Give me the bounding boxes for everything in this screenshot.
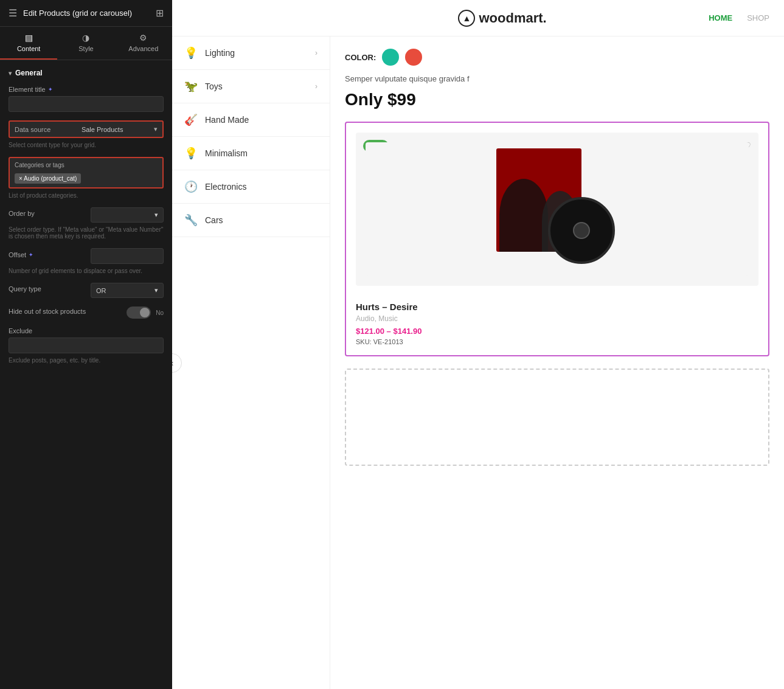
tab-advanced-label: Advanced [128, 45, 158, 52]
electronics-label: Electronics [205, 182, 246, 192]
data-source-label: Data source [15, 126, 50, 133]
product-info: Hurts – Desire Audio, Music $121.00 – $1… [356, 294, 758, 345]
handmade-icon: 🎸 [184, 113, 198, 126]
offset-input[interactable] [91, 248, 164, 264]
grid-icon[interactable]: ⊞ [156, 7, 164, 19]
element-title-input[interactable] [9, 96, 164, 112]
panel-header: ☰ Edit Products (grid or carousel) ⊞ [0, 0, 172, 27]
tab-content-label: Content [17, 45, 41, 52]
exclude-hint: Exclude posts, pages, etc. by title. [9, 357, 164, 364]
dropdown-arrow-icon: ▾ [154, 125, 158, 133]
category-minimalism[interactable]: 💡 Minimalism [172, 137, 330, 170]
tab-content[interactable]: ▤ Content [0, 27, 57, 60]
logo-text: woodmart. [479, 10, 546, 26]
category-panel: ‹ 💡 Lighting › 🦖 Toys › 🎸 Hand Made [172, 36, 330, 689]
content-tab-icon: ▤ [25, 33, 33, 43]
minimalism-icon: 💡 [184, 147, 198, 160]
offset-sparkle-icon: ✦ [29, 252, 33, 258]
tag-chip-label: × Audio (product_cat) [19, 175, 77, 182]
query-type-select-row: Query type OR ▾ [9, 283, 164, 298]
offset-hint: Number of grid elements to displace or p… [9, 268, 164, 274]
hide-stock-toggle[interactable] [127, 306, 151, 319]
hide-stock-label: Hide out of stock products [9, 308, 86, 315]
main-area: ▲ woodmart. HOME SHOP ‹ 💡 Lighting › 🦖 T… [172, 0, 784, 689]
product-image-area [366, 142, 749, 276]
price-big: Only $99 [345, 90, 769, 109]
electronics-icon: 🕐 [184, 180, 198, 193]
toys-icon: 🦖 [184, 80, 198, 93]
query-type-value: OR [96, 287, 106, 294]
color-label: COLOR: [345, 53, 376, 62]
category-electronics[interactable]: 🕐 Electronics [172, 170, 330, 204]
data-source-hint: Select content type for your grid. [9, 142, 164, 148]
back-arrow-button[interactable]: ‹ [172, 353, 182, 373]
color-swatch-red[interactable] [405, 49, 422, 66]
content-wrapper: ‹ 💡 Lighting › 🦖 Toys › 🎸 Hand Made [172, 36, 784, 689]
toys-label: Toys [205, 81, 223, 91]
audio-tag-chip[interactable]: × Audio (product_cat) [15, 173, 81, 184]
cars-icon: 🔧 [184, 213, 198, 227]
exclude-row: Exclude Exclude posts, pages, etc. by ti… [9, 327, 164, 364]
element-title-row: Element title ✦ [9, 86, 164, 112]
general-section-label: General [15, 69, 43, 77]
general-section-header: ▾ General [9, 69, 164, 77]
order-by-label: Order by [9, 210, 35, 217]
tab-style-label: Style [78, 45, 93, 52]
category-toys[interactable]: 🦖 Toys › [172, 70, 330, 103]
logo-icon: ▲ [458, 10, 475, 27]
top-nav: ▲ woodmart. HOME SHOP [172, 0, 784, 36]
product-image [496, 148, 618, 270]
vinyl-record [548, 197, 615, 264]
category-cars[interactable]: 🔧 Cars [172, 204, 330, 237]
figure-silhouette [499, 179, 548, 252]
toggle-knob [140, 308, 150, 317]
hide-stock-row: Hide out of stock products No [9, 306, 164, 319]
data-source-row: Data source Sale Products ▾ Select conte… [9, 120, 164, 148]
nav-shop[interactable]: SHOP [747, 13, 769, 23]
query-type-select[interactable]: OR ▾ [91, 283, 164, 298]
right-content: COLOR: Semper vulputate quisque gravida … [330, 36, 784, 689]
site-logo: ▲ woodmart. [458, 10, 546, 27]
cars-label: Cars [205, 215, 223, 225]
offset-label: Offset ✦ [9, 251, 33, 258]
toys-arrow-icon: › [315, 82, 317, 91]
product-categories: Audio, Music [356, 314, 758, 323]
order-by-hint: Select order type. If "Meta value" or "M… [9, 226, 164, 240]
tab-style[interactable]: ◑ Style [57, 27, 114, 60]
tab-advanced[interactable]: ⚙ Advanced [115, 27, 172, 60]
product-section: -15% ♡ [345, 122, 769, 356]
left-panel: ☰ Edit Products (grid or carousel) ⊞ ▤ C… [0, 0, 172, 689]
element-title-label: Element title ✦ [9, 86, 164, 93]
query-type-arrow-icon: ▾ [154, 286, 158, 294]
exclude-input[interactable] [9, 338, 164, 353]
select-arrow-icon: ▾ [154, 211, 158, 219]
color-section: COLOR: [345, 49, 769, 66]
order-by-select-row: Order by ▾ [9, 207, 164, 223]
minimalism-label: Minimalism [205, 148, 248, 158]
nav-links: HOME SHOP [709, 13, 769, 23]
order-by-row: Order by ▾ Select order type. If "Meta v… [9, 207, 164, 240]
query-type-row: Query type OR ▾ [9, 283, 164, 298]
category-lighting[interactable]: 💡 Lighting › [172, 36, 330, 70]
hamburger-icon[interactable]: ☰ [9, 7, 17, 19]
query-type-label: Query type [9, 285, 41, 293]
chevron-icon: ▾ [9, 70, 12, 77]
panel-title: Edit Products (grid or carousel) [23, 9, 150, 18]
order-by-select[interactable]: ▾ [91, 207, 164, 223]
empty-placeholder [345, 369, 769, 466]
categories-box[interactable]: Categories or tags × Audio (product_cat) [9, 157, 164, 189]
lighting-label: Lighting [205, 48, 235, 58]
offset-select-row: Offset ✦ [9, 248, 164, 264]
exclude-label: Exclude [9, 327, 164, 334]
product-price: $121.00 – $141.90 [356, 327, 758, 336]
sku-label: SKU: [356, 338, 372, 345]
lighting-arrow-icon: › [315, 49, 317, 57]
data-source-select[interactable]: Data source Sale Products ▾ [9, 120, 164, 138]
nav-home[interactable]: HOME [709, 13, 732, 23]
advanced-tab-icon: ⚙ [139, 33, 147, 43]
categories-hint: List of product categories. [9, 192, 164, 199]
color-swatch-teal[interactable] [382, 49, 399, 66]
panel-body: ▾ General Element title ✦ Data source Sa… [0, 60, 172, 689]
promo-text: Semper vulputate quisque gravida f [345, 73, 769, 85]
category-handmade[interactable]: 🎸 Hand Made [172, 103, 330, 137]
